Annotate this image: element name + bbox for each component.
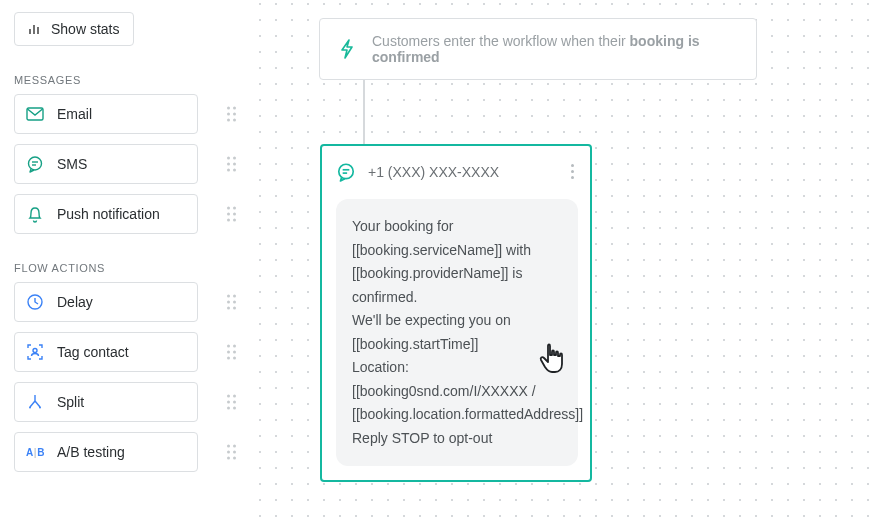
drag-handle-icon[interactable] [227,107,236,122]
sms-node-menu-button[interactable] [567,160,578,183]
block-label: Split [57,394,84,410]
bell-icon [25,205,45,223]
sms-node-header: +1 (XXX) XXX-XXXX [336,160,578,183]
trigger-card[interactable]: Customers enter the workflow when their … [319,18,757,80]
drag-handle-icon[interactable] [227,157,236,172]
drag-handle-icon[interactable] [227,395,236,410]
block-label: Delay [57,294,93,310]
sms-from-number: +1 (XXX) XXX-XXXX [368,164,499,180]
ab-test-icon: A|B [25,447,45,458]
svg-point-4 [29,157,42,170]
block-split[interactable]: Split [14,382,198,422]
chat-icon [25,155,45,173]
block-tag-contact[interactable]: Tag contact [14,332,198,372]
bar-chart-icon [27,22,41,36]
svg-point-8 [33,349,37,353]
show-stats-label: Show stats [51,21,119,37]
trigger-text: Customers enter the workflow when their … [372,33,738,65]
block-label: Tag contact [57,344,129,360]
sidebar: Show stats MESSAGES Email [0,0,248,519]
section-title-messages: MESSAGES [14,74,240,86]
block-label: SMS [57,156,87,172]
section-title-flow-actions: FLOW ACTIONS [14,262,240,274]
block-push-notification[interactable]: Push notification [14,194,198,234]
block-label: A/B testing [57,444,125,460]
block-sms[interactable]: SMS [14,144,198,184]
drag-handle-icon[interactable] [227,207,236,222]
drag-handle-icon[interactable] [227,445,236,460]
show-stats-button[interactable]: Show stats [14,12,134,46]
block-email[interactable]: Email [14,94,198,134]
mail-icon [25,107,45,121]
svg-point-9 [29,407,31,409]
drag-handle-icon[interactable] [227,345,236,360]
block-label: Email [57,106,92,122]
connector-line [363,80,365,144]
svg-point-10 [39,407,41,409]
drag-handle-icon[interactable] [227,295,236,310]
user-scan-icon [25,343,45,361]
clock-icon [25,293,45,311]
sms-node-card[interactable]: +1 (XXX) XXX-XXXX Your booking for [[boo… [320,144,592,482]
block-delay[interactable]: Delay [14,282,198,322]
chat-icon [336,162,356,182]
lightning-icon [338,38,356,60]
split-icon [25,393,45,411]
block-label: Push notification [57,206,160,222]
svg-point-11 [339,164,353,178]
block-ab-testing[interactable]: A|B A/B testing [14,432,198,472]
trigger-prefix: Customers enter the workflow when their [372,33,630,49]
sms-body-text: Your booking for [[booking.serviceName]]… [336,199,578,466]
